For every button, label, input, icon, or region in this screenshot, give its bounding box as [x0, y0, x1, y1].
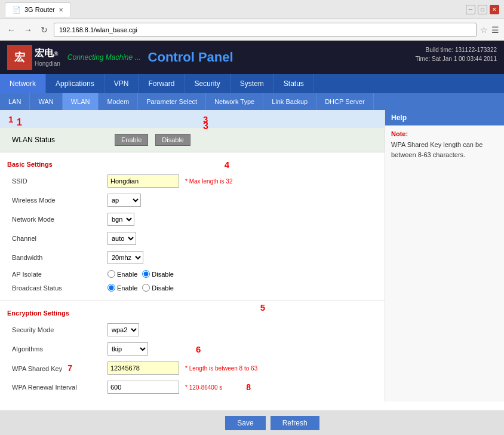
network-mode-row: Network Mode bgnbgbgn — [0, 210, 385, 229]
address-bar[interactable] — [54, 23, 477, 37]
sub-nav-modem[interactable]: Modem — [99, 93, 138, 110]
ap-isolate-disable-label[interactable]: Disable — [142, 270, 174, 278]
network-mode-label: Network Mode — [12, 216, 107, 223]
ap-isolate-enable-radio[interactable] — [107, 270, 115, 278]
anno-4: 4 — [225, 160, 229, 170]
nav-item-network[interactable]: Network — [0, 74, 46, 93]
sub-nav-link-backup[interactable]: Link Backup — [263, 93, 316, 110]
sub-nav-wlan[interactable]: WLAN — [63, 93, 99, 110]
disable-button[interactable]: Disable — [155, 134, 190, 146]
help-note-label: Note: — [391, 130, 498, 137]
main-nav: Network Applications VPN Forward Securit… — [0, 74, 504, 93]
reload-button[interactable]: ↻ — [38, 24, 50, 36]
ssid-input[interactable] — [107, 174, 179, 188]
bookmark-icon[interactable]: ☆ — [480, 25, 488, 35]
ap-isolate-disable-radio[interactable] — [142, 270, 150, 278]
wpa-interval-hint: * 120-86400 s — [185, 384, 222, 391]
ap-isolate-label: AP Isolate — [12, 271, 107, 278]
help-content: Note: WPA Shared Key length can be betwe… — [385, 125, 504, 164]
sub-nav: LAN WAN WLAN Modem Parameter Select Netw… — [0, 93, 504, 110]
back-button[interactable]: ← — [5, 24, 18, 36]
ap-isolate-radio-group: Enable Disable — [107, 270, 174, 278]
nav-item-security[interactable]: Security — [185, 74, 230, 93]
anno-5: 5 — [260, 302, 265, 313]
wpa-key-row: WPA Shared Key 7 * Length is between 8 t… — [0, 359, 385, 378]
browser-titlebar: 📄 3G Router ✕ ─ □ ✕ — [0, 0, 504, 19]
enable-button[interactable]: Enable — [115, 134, 148, 146]
basic-settings-section: Basic Settings 4 SSID * Max length is 32… — [0, 152, 385, 301]
sub-nav-parameter-select[interactable]: Parameter Select — [138, 93, 206, 110]
wpa-key-hint: * Length is between 8 to 63 — [185, 365, 257, 372]
algorithms-select[interactable]: tkipaestkip+aes — [107, 342, 148, 356]
help-header: Help — [385, 110, 504, 125]
refresh-button[interactable]: Refresh — [271, 416, 319, 430]
brand-cn: 宏电® — [35, 47, 60, 60]
wpa-interval-input[interactable] — [107, 381, 179, 394]
broadcast-disable-radio[interactable] — [142, 284, 150, 292]
nav-item-vpn[interactable]: VPN — [105, 74, 139, 93]
security-mode-select[interactable]: wpa2wpawepnone — [107, 323, 139, 336]
close-button[interactable]: ✕ — [490, 5, 499, 14]
window-controls: ─ □ ✕ — [466, 5, 499, 14]
wlan-status-label: WLAN Status — [12, 136, 107, 144]
nav-item-status[interactable]: Status — [274, 74, 314, 93]
logo-area: 宏 宏电® Hongdian — [7, 45, 60, 70]
menu-icon[interactable]: ☰ — [491, 25, 499, 35]
sub-nav-lan[interactable]: LAN — [0, 93, 30, 110]
bandwidth-select[interactable]: 20mhz40mhz — [107, 251, 143, 264]
wireless-mode-row: Wireless Mode apstaadhoc — [0, 191, 385, 210]
main-panel: 1 3 WLAN Status Enable Disable Basic Set… — [0, 110, 385, 402]
encryption-settings-title: Encryption Settings — [0, 307, 385, 320]
basic-settings-title: Basic Settings — [0, 158, 385, 171]
sub-nav-wan[interactable]: WAN — [30, 93, 62, 110]
broadcast-status-label: Broadcast Status — [12, 284, 107, 292]
wireless-mode-select[interactable]: apstaadhoc — [107, 194, 141, 207]
content-area: 1 3 1 3 WLAN Status Enable Disable Basic… — [0, 110, 504, 402]
nav-item-forward[interactable]: Forward — [139, 74, 185, 93]
browser-tab[interactable]: 📄 3G Router ✕ — [5, 2, 71, 17]
logo-icon: 宏 — [14, 50, 25, 65]
minimize-button[interactable]: ─ — [466, 5, 475, 14]
wpa-interval-label: WPA Renewal Interval — [12, 384, 107, 391]
nav-item-system[interactable]: System — [231, 74, 274, 93]
tab-close-button[interactable]: ✕ — [59, 7, 63, 13]
broadcast-status-radio-group: Enable Disable — [107, 284, 174, 292]
security-mode-label: Security Mode — [12, 326, 107, 333]
algorithms-row: Algorithms tkipaestkip+aes 6 — [0, 339, 385, 359]
help-note-text: WPA Shared Key length can be between 8-6… — [391, 140, 498, 160]
tab-title: 3G Router — [24, 6, 55, 13]
wpa-key-label: WPA Shared Key 7 — [12, 363, 107, 373]
save-button[interactable]: Save — [225, 416, 265, 430]
sub-nav-network-type[interactable]: Network Type — [206, 93, 263, 110]
forward-button[interactable]: → — [21, 24, 35, 36]
algorithms-label: Algorithms — [12, 345, 107, 353]
ssid-hint: * Max length is 32 — [185, 178, 233, 185]
ssid-row: SSID * Max length is 32 — [0, 171, 385, 191]
bandwidth-label: Bandwidth — [12, 254, 107, 261]
date-time: Time: Sat Jan 1 00:03:44 2011 — [416, 54, 497, 63]
sub-nav-dhcp-server[interactable]: DHCP Server — [316, 93, 373, 110]
network-mode-select[interactable]: bgnbgbgn — [107, 213, 134, 226]
broadcast-enable-label[interactable]: Enable — [107, 284, 137, 292]
browser-toolbar: ← → ↻ ☆ ☰ — [0, 19, 504, 41]
anno-6: 6 — [196, 344, 201, 354]
channel-select[interactable]: auto1234 — [107, 232, 136, 245]
nav-item-applications[interactable]: Applications — [46, 74, 105, 93]
wireless-mode-label: Wireless Mode — [12, 197, 107, 204]
broadcast-status-row: Broadcast Status Enable Disable — [0, 281, 385, 295]
anno-8: 8 — [246, 382, 251, 392]
bandwidth-row: Bandwidth 20mhz40mhz — [0, 248, 385, 267]
annotation-bar: 1 3 — [0, 110, 385, 128]
maximize-button[interactable]: □ — [478, 5, 487, 14]
broadcast-enable-radio[interactable] — [107, 284, 115, 292]
control-panel-title: Control Panel — [148, 50, 233, 65]
broadcast-disable-label[interactable]: Disable — [142, 284, 174, 292]
wpa-key-input[interactable] — [107, 362, 179, 375]
right-panel: Help Note: WPA Shared Key length can be … — [385, 110, 504, 402]
ap-isolate-enable-label[interactable]: Enable — [107, 270, 137, 278]
connecting-text: Connecting Machine ... — [67, 53, 141, 62]
brand-en: Hongdian — [35, 60, 60, 68]
anno-7: 7 — [67, 363, 72, 373]
tab-favicon: 📄 — [13, 6, 21, 14]
wlan-status-row: WLAN Status Enable Disable — [0, 128, 385, 152]
